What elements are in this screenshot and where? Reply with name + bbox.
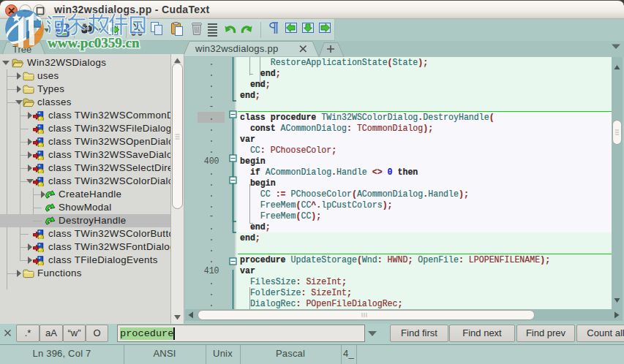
svg-text:www.pc0359.cn: www.pc0359.cn	[48, 35, 140, 50]
